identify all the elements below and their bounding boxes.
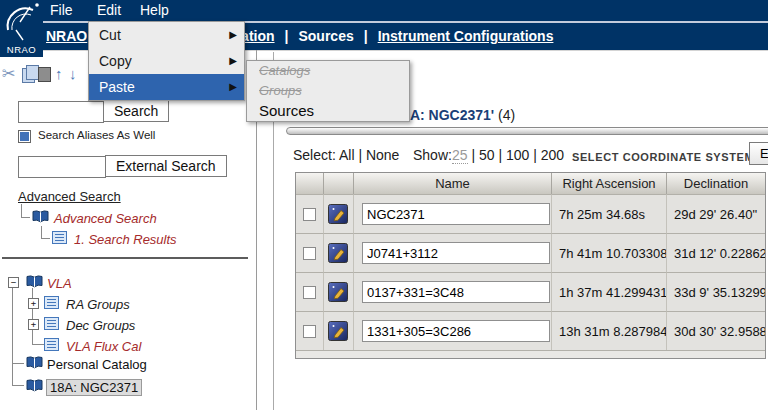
submenu-item-catalogs: Catalogs [247,61,409,81]
search-aliases-checkbox[interactable] [18,130,31,143]
row-checkbox[interactable] [303,247,316,260]
table-row: 13h 31m 8.287984s 30d 30' 32.95885" [296,311,765,350]
list-icon [44,317,59,333]
nav-separator: | [285,28,289,44]
submenu-item-sources[interactable]: Sources [247,101,409,121]
menu-item-cut[interactable]: Cut ▶ [89,22,244,48]
tree-item-ra-groups[interactable]: RA Groups [66,297,130,312]
source-name-input[interactable] [362,320,550,342]
page-size-100[interactable]: 100 [506,147,529,163]
source-name-input[interactable] [362,203,550,225]
paste-icon[interactable] [38,67,51,82]
menu-item-copy-label: Copy [99,53,132,69]
separator: | [533,147,537,163]
header-declination[interactable]: Declination [666,173,765,194]
tree-item-vla-flux-cal[interactable]: VLA Flux Cal [66,339,141,354]
menu-item-copy[interactable]: Copy ▶ [89,48,244,74]
source-count: (4) [498,107,515,123]
tree-connector [41,238,50,239]
external-search-input[interactable] [18,156,106,178]
catalog-book-icon [32,210,49,226]
submenu-item-groups: Groups [247,81,409,101]
tree-item-selected-catalog[interactable]: 18A: NGC2371 [46,379,142,396]
table-row: 7h 41m 10.703308s 31d 12' 0.22862" [296,233,765,272]
tree-item-advanced-search[interactable]: Advanced Search [54,211,157,226]
select-all-link[interactable]: All [339,147,355,163]
search-aliases-label: Search Aliases As Well [38,129,155,141]
menu-edit[interactable]: Edit [97,2,121,18]
menu-help[interactable]: Help [140,2,169,18]
search-button[interactable]: Search [103,100,169,122]
right-ascension-value: 13h 31m 8.287984s [552,324,666,339]
catalog-book-icon [26,379,43,395]
menu-bar: File Edit Help [0,0,768,21]
page-size-50[interactable]: 50 [479,147,495,163]
row-checkbox[interactable] [303,208,316,221]
move-up-icon[interactable]: ↑ [55,65,63,82]
select-label: Select: [293,147,336,163]
radio-telescope-icon [0,0,43,44]
horizontal-scrollbar[interactable] [286,127,768,135]
tree-connector [12,363,24,364]
edit-source-icon[interactable] [328,204,348,224]
tree-item-dec-groups[interactable]: Dec Groups [66,318,135,333]
source-name-input[interactable] [362,242,550,264]
cut-icon[interactable]: ✂ [2,64,15,83]
submenu-arrow-icon: ▶ [229,22,237,48]
edit-source-icon[interactable] [328,243,348,263]
tree-connector [21,217,30,218]
source-name-input[interactable] [362,281,550,303]
right-ascension-value: 7h 41m 10.703308s [552,246,666,261]
row-checkbox[interactable] [303,325,316,338]
header-checkbox-col [296,173,323,194]
tree-connector [12,288,13,385]
declination-value: 29d 29' 26.40" [667,207,757,222]
coordinate-system-button[interactable]: E [749,142,768,165]
separator: | [358,147,362,163]
search-input[interactable] [18,101,104,123]
coordinate-system-label: SELECT COORDINATE SYSTEM: [572,151,759,163]
advanced-search-header[interactable]: Advanced Search [18,189,121,204]
right-ascension-value: 1h 37m 41.299431s [552,285,666,300]
menu-item-paste-label: Paste [99,79,135,95]
table-header-row: Name Right Ascension Declination [296,173,765,194]
collapse-toggle-vla[interactable]: − [8,277,19,288]
nrao-logo-text: NRAO [0,44,43,55]
nav-link-nrao[interactable]: NRAO [46,28,87,44]
row-checkbox[interactable] [303,286,316,299]
selection-controls: Select: All | None [293,147,399,163]
submenu-arrow-icon: ▶ [229,48,237,74]
sidebar-section-divider [2,257,248,259]
table-row: 1h 37m 41.299431s 33d 9' 35.13299" [296,272,765,311]
header-name[interactable]: Name [353,173,551,194]
expand-toggle-dec-groups[interactable]: + [28,319,39,330]
tree-item-personal-catalog[interactable]: Personal Catalog [47,357,147,372]
header-edit-col [323,173,353,194]
application-window: File Edit Help NRAO|Observation Preparat… [0,0,768,410]
menu-item-paste[interactable]: Paste ▶ [89,74,244,100]
edit-source-icon[interactable] [328,321,348,341]
page-size-25[interactable]: 25 [452,147,468,164]
edit-source-icon[interactable] [328,282,348,302]
nav-link-instrument-configurations[interactable]: Instrument Configurations [378,28,554,44]
nav-current-sources: Sources [298,28,353,44]
expand-toggle-ra-groups[interactable]: + [28,298,39,309]
list-icon [44,338,59,354]
sources-table: Name Right Ascension Declination 7h 25m … [295,172,766,359]
menu-file[interactable]: File [50,2,73,18]
table-row: 7h 25m 34.68s 29d 29' 26.40" [296,194,765,233]
catalog-book-icon [26,356,43,372]
page-size-200[interactable]: 200 [541,147,564,163]
right-ascension-value: 7h 25m 34.68s [552,207,645,222]
separator: | [471,147,475,163]
tree-connector [21,204,22,217]
tree-item-search-results[interactable]: 1. Search Results [74,232,177,247]
catalog-book-icon [26,275,43,291]
select-none-link[interactable]: None [366,147,399,163]
tree-item-vla[interactable]: VLA [47,276,72,291]
move-down-icon[interactable]: ↓ [69,65,77,82]
separator: | [498,147,502,163]
table-footer [296,350,765,358]
header-right-ascension[interactable]: Right Ascension [551,173,666,194]
external-search-button[interactable]: External Search [105,155,227,177]
